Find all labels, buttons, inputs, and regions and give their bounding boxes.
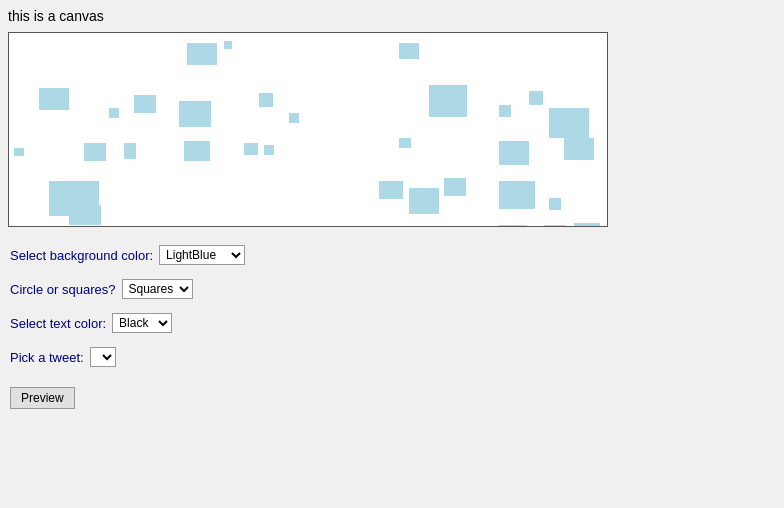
preview-row: Preview [10,381,776,409]
bg-color-row: Select background color: LightBlueWhiteL… [10,245,776,265]
controls-panel: Select background color: LightBlueWhiteL… [8,245,776,409]
canvas-square [39,88,69,110]
canvas-square [184,141,210,161]
canvas-area [8,32,608,227]
text-color-label: Select text color: [10,316,106,331]
canvas-square [549,108,589,138]
canvas-square [187,43,217,65]
canvas-square [399,43,419,59]
canvas-square [499,105,511,117]
canvas-square [259,93,273,107]
shape-row: Circle or squares? SquaresCircles [10,279,776,299]
canvas-square [399,138,411,148]
canvas-square [499,181,535,209]
tweet-row: Pick a tweet: [10,347,776,367]
canvas-square [574,223,600,227]
canvas-square [179,101,211,127]
canvas-square [134,95,156,113]
canvas-square [289,113,299,123]
canvas-square [14,148,24,156]
canvas-square [409,188,439,214]
tweet-select[interactable] [90,347,116,367]
canvas-square [564,138,594,160]
canvas-square [84,143,106,161]
shape-label: Circle or squares? [10,282,116,297]
canvas-square [124,143,136,159]
tweet-label: Pick a tweet: [10,350,84,365]
text-color-row: Select text color: BlackRedBlueGreen [10,313,776,333]
canvas-square [444,178,466,196]
canvas-square [529,91,543,105]
shape-select[interactable]: SquaresCircles [122,279,193,299]
bg-color-label: Select background color: [10,248,153,263]
page-title: this is a canvas [8,8,776,24]
bg-color-select[interactable]: LightBlueWhiteLightGrayLightGreen [159,245,245,265]
canvas-square [244,143,258,155]
canvas-square [429,85,467,117]
canvas-square [499,141,529,165]
canvas-square [69,205,101,225]
canvas-square [544,225,566,227]
canvas-square [109,108,119,118]
canvas-square [224,41,232,49]
canvas-square [379,181,403,199]
canvas-square [499,225,527,227]
preview-button[interactable]: Preview [10,387,75,409]
canvas-square [264,145,274,155]
text-color-select[interactable]: BlackRedBlueGreen [112,313,172,333]
canvas-square [549,198,561,210]
